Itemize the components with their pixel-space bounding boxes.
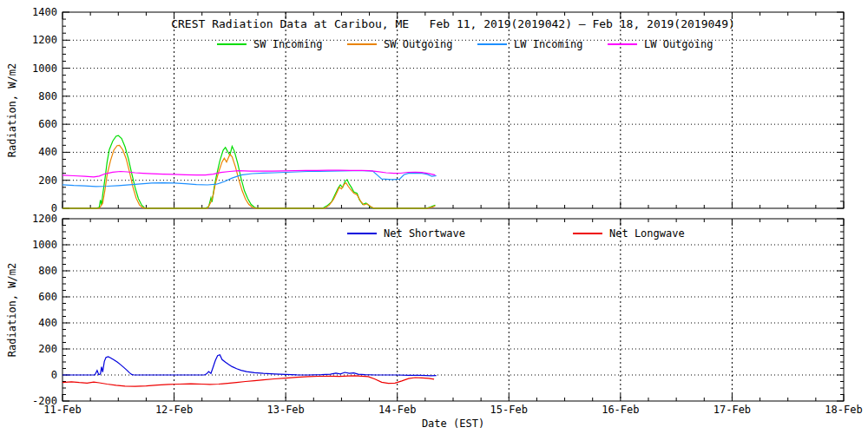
- legend-label-lw-incoming: LW Incoming: [514, 38, 582, 50]
- x-tick-label: 18-Feb: [818, 404, 868, 416]
- y-tick-label: 0: [0, 369, 57, 381]
- y-tick-label: 600: [0, 118, 57, 130]
- y-tick-label: 800: [0, 265, 57, 277]
- y-tick-label: 800: [0, 90, 57, 102]
- legend-line-sw-incoming: [217, 43, 247, 45]
- legend-line-sw-outgoing: [347, 43, 377, 45]
- y-tick-label: 400: [0, 317, 57, 329]
- series-lw-incoming: [62, 171, 437, 187]
- y-tick-label: 1000: [0, 62, 57, 75]
- y-tick-label: 1400: [0, 6, 57, 18]
- legend-line-lw-outgoing: [608, 43, 637, 45]
- panel-border-bottom: [62, 219, 844, 401]
- legend-label-sw-incoming: SW Incoming: [253, 38, 322, 50]
- x-tick-label: 14-Feb: [372, 404, 424, 416]
- legend-line-net-shortwave: [347, 233, 377, 234]
- legend-label-lw-outgoing: LW Outgoing: [644, 38, 713, 50]
- x-tick-label: 15-Feb: [483, 404, 535, 416]
- x-tick-label: 16-Feb: [595, 404, 647, 416]
- legend-label-net-shortwave: Net Shortwave: [384, 227, 465, 240]
- y-tick-label: 400: [0, 146, 57, 158]
- x-tick-label: 11-Feb: [36, 404, 89, 416]
- y-tick-label: 1200: [0, 213, 57, 225]
- radiation-chart: CREST Radiation Data at Caribou, ME Feb …: [0, 0, 868, 434]
- x-tick-label: 13-Feb: [260, 404, 312, 416]
- legend-line-lw-incoming: [477, 43, 507, 45]
- y-tick-label: 1200: [0, 34, 57, 46]
- legend-label-sw-outgoing: SW Outgoing: [384, 38, 452, 50]
- series-net-shortwave: [62, 355, 437, 376]
- x-tick-label: 12-Feb: [148, 404, 201, 416]
- y-tick-label: 1000: [0, 239, 57, 251]
- legend-label-net-longwave: Net Longwave: [609, 227, 685, 240]
- plot-canvas: [0, 0, 868, 434]
- panel-border-top: [62, 12, 844, 208]
- y-tick-label: 200: [0, 343, 57, 355]
- y-tick-label: 200: [0, 174, 57, 187]
- x-tick-label: 17-Feb: [706, 404, 758, 416]
- legend-line-net-longwave: [573, 233, 602, 234]
- series-net-longwave: [62, 376, 434, 386]
- x-axis-title: Date (EST): [62, 418, 844, 430]
- y-axis-title-top: Radiation, W/m2: [6, 63, 18, 157]
- y-tick-label: 600: [0, 291, 57, 303]
- chart-title: CREST Radiation Data at Caribou, ME Feb …: [62, 18, 844, 30]
